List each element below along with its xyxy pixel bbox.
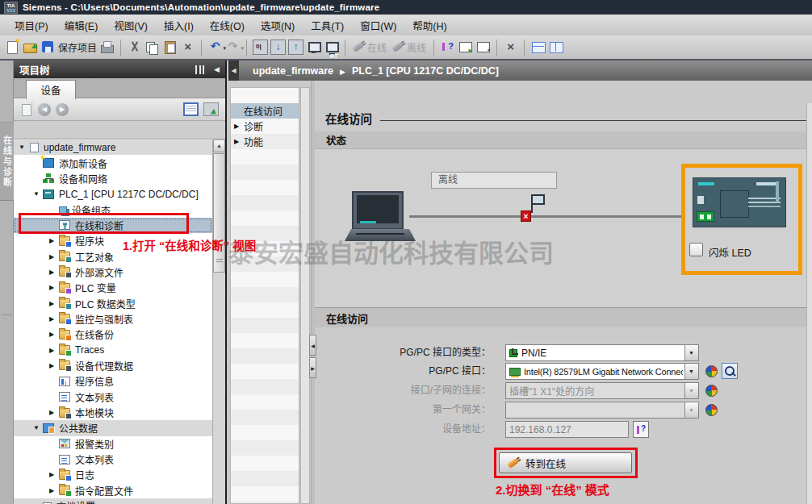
nav-item-online-access[interactable]: 在线访问: [231, 103, 299, 119]
breadcrumb-project[interactable]: update_firmware: [253, 65, 333, 77]
go-online-label[interactable]: 在线: [367, 40, 387, 54]
breadcrumb-target[interactable]: PLC_1 [CPU 1217C DC/DC/DC]: [352, 65, 499, 77]
menu-view[interactable]: 视图(V): [106, 15, 156, 35]
tree-item-external-sources[interactable]: ▶外部源文件: [14, 264, 212, 280]
change-interface-icon[interactable]: [722, 363, 738, 379]
redo-icon[interactable]: ↷: [225, 40, 241, 55]
open-project-icon[interactable]: [23, 40, 38, 55]
accessible-devices-icon[interactable]: [440, 40, 455, 55]
tree-item-traces[interactable]: ▶Traces: [14, 342, 212, 357]
tree-new-icon[interactable]: [20, 103, 33, 116]
tree-item-instruction-profiles[interactable]: ▶指令配置文件: [14, 483, 212, 498]
menu-options[interactable]: 选项(N): [253, 15, 303, 35]
navigate-back-icon[interactable]: ◀: [38, 103, 51, 116]
tree-item-device-proxy-data[interactable]: ▶设备代理数据: [14, 358, 212, 373]
collapse-tree-icon[interactable]: ◀: [228, 60, 239, 81]
tree-item-common-data[interactable]: ▼公共数据: [14, 420, 212, 435]
compile-icon[interactable]: [253, 40, 268, 55]
nav-item-diagnostics[interactable]: ▶诊断: [231, 119, 299, 134]
tree-item-alarm-classes[interactable]: 报警类别: [14, 436, 212, 452]
splitter-collapse-left-icon[interactable]: ◀: [309, 335, 316, 356]
save-project-icon[interactable]: [40, 40, 56, 55]
menu-online[interactable]: 在线(O): [202, 15, 253, 35]
go-online-button[interactable]: 转到在线: [499, 452, 632, 473]
expand-arrow[interactable]: ▼: [19, 144, 28, 151]
flash-led-checkbox[interactable]: [689, 243, 703, 256]
expand-arrow[interactable]: ▼: [33, 190, 43, 198]
expand-arrow[interactable]: ▶: [49, 237, 59, 244]
go-offline-label[interactable]: 离线: [407, 40, 426, 54]
start-cpu-icon[interactable]: [458, 40, 473, 55]
columns-icon[interactable]: [195, 65, 206, 74]
scroll-up-icon[interactable]: ▲: [213, 140, 225, 152]
dropdown-arrow-icon[interactable]: [684, 345, 698, 360]
accessible-devices-icon[interactable]: [633, 421, 649, 438]
go-online-icon[interactable]: [352, 42, 364, 52]
expand-arrow[interactable]: ▶: [234, 123, 241, 130]
device-address-input[interactable]: 192.168.0.127: [505, 421, 629, 438]
tree-item-program-info[interactable]: 程序信息: [14, 373, 212, 389]
nav-item-functions[interactable]: ▶功能: [231, 134, 299, 149]
nav-scrollbar[interactable]: [300, 87, 310, 504]
save-project-label[interactable]: 保存项目: [58, 40, 97, 54]
menu-edit[interactable]: 编辑(E): [57, 15, 107, 35]
tree-item-logs[interactable]: ▶日志: [14, 467, 212, 482]
go-offline-icon[interactable]: [391, 42, 404, 52]
online-diagnostics-vertical-tab[interactable]: 在线与诊断: [0, 122, 14, 201]
expand-arrow[interactable]: ▶: [49, 331, 59, 338]
menu-insert[interactable]: 插入(I): [156, 15, 202, 35]
navigate-forward-icon[interactable]: ▶: [56, 103, 69, 116]
tree-item-text-lists[interactable]: 文本列表: [14, 389, 212, 405]
expand-arrow[interactable]: ▶: [234, 138, 241, 145]
menu-tools[interactable]: 工具(T): [303, 15, 352, 35]
tree-item-local-modules[interactable]: ▶本地模块: [14, 405, 212, 420]
pg-pc-interface-select[interactable]: Intel(R) 82579LM Gigabit Network Connect…: [505, 363, 699, 380]
tree-item-text-lists-2[interactable]: 文本列表: [14, 452, 212, 467]
expand-arrow[interactable]: ▼: [33, 424, 43, 431]
download-to-device-icon[interactable]: ↓: [270, 40, 286, 55]
undo-icon[interactable]: ↶: [207, 40, 223, 55]
print-icon[interactable]: [99, 40, 115, 55]
tree-item-watch-tables[interactable]: ▶监控与强制表: [14, 311, 212, 327]
tree-item-online-backups[interactable]: ▶在线备份: [14, 327, 212, 342]
menu-help[interactable]: 帮助(H): [404, 15, 454, 35]
expand-arrow[interactable]: ▶: [49, 269, 59, 276]
paste-icon[interactable]: [162, 40, 178, 55]
menu-project[interactable]: 项目(P): [6, 15, 57, 35]
tree-item-plc-tags[interactable]: ▶PLC 变量: [14, 280, 212, 295]
expand-arrow[interactable]: ▶: [49, 347, 59, 354]
device-monitor-icon[interactable]: [306, 40, 321, 55]
tree-item-add-device[interactable]: 添加新设备: [14, 155, 212, 170]
details-view-icon[interactable]: [183, 102, 199, 116]
main-pane-scrollbar[interactable]: [806, 103, 812, 504]
expand-arrow[interactable]: ▶: [49, 471, 59, 478]
scrollbar-thumb[interactable]: [213, 153, 225, 273]
expand-arrow[interactable]: ▶: [49, 300, 59, 307]
interface-properties-icon[interactable]: [705, 365, 718, 377]
cross-reference-icon[interactable]: ×: [503, 40, 518, 55]
tree-scrollbar[interactable]: ▲: [212, 140, 225, 504]
expand-arrow[interactable]: ▶: [49, 284, 59, 291]
expand-arrow[interactable]: ▶: [49, 315, 59, 323]
expand-arrow[interactable]: ▶: [49, 253, 59, 260]
stop-cpu-icon[interactable]: [475, 40, 491, 55]
menu-window[interactable]: 窗口(W): [352, 15, 404, 35]
tree-item-plc1[interactable]: ▼PLC_1 [CPU 1217C DC/DC/DC]: [14, 186, 212, 202]
interface-type-select[interactable]: PN/IE: [505, 344, 699, 361]
cut-icon[interactable]: [127, 40, 142, 55]
split-editor-vertical-icon[interactable]: [548, 40, 563, 55]
new-project-icon[interactable]: [5, 40, 20, 55]
tree-item-document-settings[interactable]: ▼文档设置: [14, 498, 212, 504]
start-runtime-icon[interactable]: [324, 40, 339, 55]
dropdown-arrow-icon[interactable]: [684, 364, 698, 379]
tree-item-devices-networks[interactable]: 设备和网络: [14, 171, 212, 186]
tree-item-plc-data-types[interactable]: ▶PLC 数据类型: [14, 295, 212, 310]
expand-arrow[interactable]: ▶: [49, 409, 59, 416]
tab-devices[interactable]: 设备: [26, 80, 76, 99]
delete-icon[interactable]: ×: [180, 40, 195, 55]
splitter-collapse-right-icon[interactable]: ▶: [309, 357, 316, 378]
collapse-panel-icon[interactable]: ◀: [214, 65, 220, 74]
copy-icon[interactable]: [144, 40, 160, 55]
expand-arrow[interactable]: ▶: [49, 487, 59, 494]
upload-from-device-icon[interactable]: ↑: [288, 40, 303, 55]
